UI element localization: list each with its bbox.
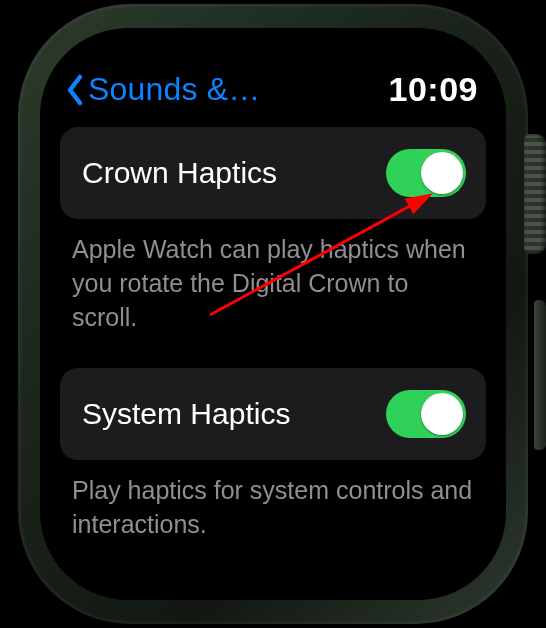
crown-haptics-footer: Apple Watch can play hap­tics when you r… bbox=[60, 219, 486, 362]
chevron-left-icon bbox=[64, 73, 86, 107]
side-button[interactable] bbox=[534, 300, 546, 450]
toggle-knob bbox=[421, 152, 463, 194]
watch-screen: Sounds &… 10:09 Crown Haptics Apple Watc… bbox=[40, 28, 506, 600]
back-button[interactable]: Sounds &… bbox=[64, 71, 261, 108]
system-haptics-footer: Play haptics for system controls and int… bbox=[60, 460, 486, 570]
toggle-knob bbox=[421, 393, 463, 435]
system-haptics-toggle[interactable] bbox=[386, 390, 466, 438]
clock-time: 10:09 bbox=[389, 70, 478, 109]
system-haptics-label: System Haptics bbox=[82, 397, 290, 431]
system-haptics-row[interactable]: System Haptics bbox=[60, 368, 486, 460]
crown-haptics-label: Crown Haptics bbox=[82, 156, 277, 190]
digital-crown[interactable] bbox=[524, 134, 546, 254]
crown-haptics-row[interactable]: Crown Haptics bbox=[60, 127, 486, 219]
crown-haptics-toggle[interactable] bbox=[386, 149, 466, 197]
back-title: Sounds &… bbox=[88, 71, 261, 108]
status-bar: Sounds &… 10:09 bbox=[60, 70, 486, 127]
